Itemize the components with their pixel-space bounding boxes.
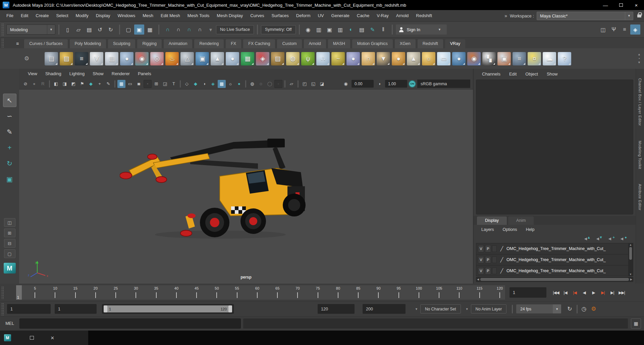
menu-uv[interactable]: UV xyxy=(314,10,327,21)
maximize-button[interactable] xyxy=(613,0,629,10)
shelf-tab-rendering[interactable]: Rendering xyxy=(194,39,224,48)
timeline-ruler[interactable]: 1 51015202530354045505560657075808590951… xyxy=(16,285,505,300)
auto-keyframe-icon[interactable]: ◷ xyxy=(582,306,587,312)
shelf-menu-icon[interactable]: ≡ xyxy=(16,41,19,46)
menu-edit[interactable]: Edit xyxy=(17,10,32,21)
hypershade-button[interactable]: ◐ xyxy=(346,24,356,35)
no-live-surface-icon[interactable]: ⊘ xyxy=(21,80,30,88)
shelf-vray-cone-icon[interactable]: ▲ xyxy=(211,52,224,65)
shelf-vray-plane-light-icon[interactable]: ▼ xyxy=(377,52,390,65)
select-tool-icon[interactable]: ↖ xyxy=(3,94,16,107)
menu-curves[interactable]: Curves xyxy=(247,10,268,21)
workspace-caret-icon[interactable]: ▼ xyxy=(625,12,633,20)
scroll-down-icon[interactable]: ▼ xyxy=(629,273,632,276)
anim-layer-select[interactable]: No Anim Layer xyxy=(471,304,507,313)
use-lights-icon[interactable]: ☼ xyxy=(226,80,234,88)
lasso-tool-icon[interactable]: ∽ xyxy=(3,109,16,123)
shelf-vray-checker-icon[interactable]: ▚ xyxy=(482,52,496,65)
channel-box-menu-show[interactable]: Show xyxy=(542,71,562,77)
menu-modify[interactable]: Modify xyxy=(72,10,92,21)
viewport-menu-renderer[interactable]: Renderer xyxy=(108,71,134,76)
exposure-field[interactable]: 0.00 xyxy=(352,80,374,88)
menu-arnold[interactable]: Arnold xyxy=(392,10,413,21)
select-hierarchy-button[interactable]: ▢ xyxy=(123,24,133,35)
menu-edit-mesh[interactable]: Edit Mesh xyxy=(157,10,184,21)
ao-icon[interactable]: ◌ xyxy=(257,80,265,88)
layer-playback-toggle[interactable]: P xyxy=(485,245,491,252)
menu-mesh-display[interactable]: Mesh Display xyxy=(213,10,247,21)
channel-box-menu-channels[interactable]: Channels xyxy=(478,71,505,77)
render-view-button[interactable]: ◉ xyxy=(303,24,313,35)
shelf-tab-mash[interactable]: MASH xyxy=(328,39,350,48)
hud-icon[interactable]: T xyxy=(170,80,178,88)
shelf-vray-spot-light-icon[interactable]: ▲ xyxy=(407,52,420,65)
shelf-vray-light-rig-icon[interactable]: △ xyxy=(180,52,194,65)
menu-deform[interactable]: Deform xyxy=(292,10,314,21)
shelf-vray-geo-sphere-icon[interactable]: ● xyxy=(346,52,360,65)
rotate-tool-icon[interactable]: ↻ xyxy=(3,157,16,170)
shelf-vray-material-icon[interactable]: ● xyxy=(452,52,466,65)
shelf-vray-sphere-icon[interactable]: ● xyxy=(226,52,239,65)
range-start-handle[interactable] xyxy=(104,305,107,312)
shelf-tab-vray[interactable]: VRay xyxy=(445,39,466,48)
view-transform-select[interactable]: sRGB gamma xyxy=(417,80,470,88)
scale-tool-icon[interactable]: ▣ xyxy=(3,172,16,186)
menu-cache[interactable]: Cache xyxy=(353,10,373,21)
shelf-vray-dome-light-icon[interactable]: ∩ xyxy=(362,52,375,65)
grid-icon[interactable]: ▦ xyxy=(117,80,125,88)
playback-start-field[interactable]: 1 xyxy=(55,304,97,314)
layer-name[interactable]: OMC_Hedgehog_Tree_Trimmer_Machine_with_C… xyxy=(506,268,606,273)
marquee-select-icon[interactable]: ▱ xyxy=(287,80,296,88)
toolbar-separator[interactable] xyxy=(158,24,159,35)
viewport-menu-view[interactable]: View xyxy=(24,71,41,76)
move-layer-down-icon[interactable]: ◄▼ xyxy=(595,236,603,241)
plate-icon[interactable]: ▫ xyxy=(274,80,282,88)
shelf-vray-save-scene-icon[interactable]: ▤ xyxy=(45,52,58,65)
step-forward-key-button[interactable]: ▶| xyxy=(599,288,607,298)
wireframe-icon[interactable]: ◇ xyxy=(183,80,191,88)
shelf-tab-custom[interactable]: Custom xyxy=(277,39,302,48)
animation-start-field[interactable]: 1 xyxy=(7,304,51,314)
ipr-render-button[interactable]: ▣ xyxy=(325,24,335,35)
vertical-scroll-thumb[interactable] xyxy=(629,247,632,260)
shelf-vray-fire-icon[interactable]: ♨ xyxy=(165,52,179,65)
gamma-field[interactable]: 1.00 xyxy=(385,80,407,88)
menu-file[interactable]: File xyxy=(3,10,17,21)
wrap-selected-icon[interactable]: ◱ xyxy=(309,80,317,88)
scroll-up-icon[interactable]: ▲ xyxy=(629,243,632,246)
menu-set-select[interactable]: Modeling ▼ xyxy=(6,24,55,35)
exposure-icon[interactable]: ◉ xyxy=(342,80,350,88)
shelf-vray-light-meter-icon[interactable]: ▦ xyxy=(241,52,254,65)
toolbar-grip[interactable] xyxy=(1,23,4,36)
bookmark-icon[interactable]: ⚑ xyxy=(78,80,86,88)
taskbar-close-icon[interactable]: × xyxy=(51,335,54,341)
shelf-vray-blend-material-icon[interactable]: ◉ xyxy=(467,52,481,65)
save-scene-button[interactable]: ▤ xyxy=(84,24,94,35)
step-back-frame-button[interactable]: |◀ xyxy=(561,288,570,298)
toolbar-separator[interactable] xyxy=(299,24,300,35)
checker-display-icon[interactable]: ▩ xyxy=(218,80,226,88)
toolbar-separator[interactable] xyxy=(392,24,393,35)
snap-to-point-button[interactable]: ∩ xyxy=(184,24,194,35)
shelf-vray-spline-icon[interactable]: ~ xyxy=(331,52,345,65)
toolbar-separator[interactable] xyxy=(58,24,59,35)
create-empty-layer-icon[interactable]: ◄+ xyxy=(607,236,615,241)
menu-generate[interactable]: Generate xyxy=(328,10,353,21)
character-set-select[interactable]: No Character Set xyxy=(420,304,461,313)
shelf-vray-spheres-icon[interactable]: ◎ xyxy=(150,52,164,65)
animation-end-field[interactable]: 200 xyxy=(363,304,406,314)
layer-menu-layers[interactable]: Layers xyxy=(477,227,498,232)
menu-select[interactable]: Select xyxy=(52,10,72,21)
current-frame-field[interactable]: 1 xyxy=(509,287,546,298)
pan-zoom-icon[interactable]: + xyxy=(96,80,104,88)
shelf-vray-render-view-icon[interactable]: ▣ xyxy=(497,52,511,65)
horizontal-scroll-thumb[interactable] xyxy=(480,278,629,281)
textured-icon[interactable]: ◈ xyxy=(209,80,217,88)
snap-to-grid-button[interactable]: ∩ xyxy=(163,24,173,35)
move-layer-up-icon[interactable]: ◄▲ xyxy=(583,236,591,241)
xray-icon[interactable]: ● xyxy=(30,80,38,88)
step-back-key-button[interactable]: |◀ xyxy=(571,288,579,298)
menu-v-ray[interactable]: V-Ray xyxy=(373,10,392,21)
shelf-vray-rect-light-icon[interactable]: ▣ xyxy=(196,52,209,65)
layer-row[interactable]: VP╱OMC_Hedgehog_Tree_Trimmer_Machine_wit… xyxy=(476,265,628,276)
